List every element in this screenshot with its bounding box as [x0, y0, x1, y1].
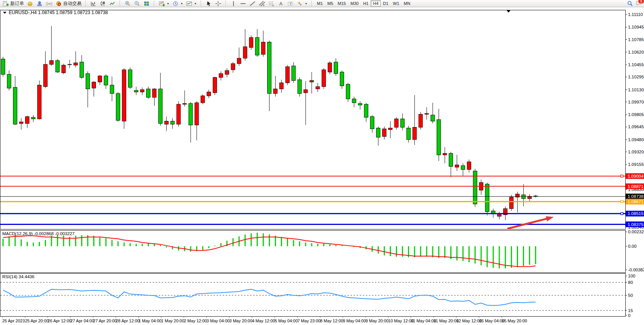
fibonacci-button[interactable]: F	[267, 0, 276, 7]
candle	[225, 70, 229, 74]
candle	[400, 119, 404, 127]
horizontal-line-button[interactable]	[238, 0, 248, 7]
arrows-button[interactable]: ▼	[295, 0, 309, 7]
hline-marker[interactable]	[621, 212, 623, 215]
crosshair-button[interactable]	[214, 0, 223, 7]
dropdown-caret-icon[interactable]: ▼	[305, 2, 308, 5]
line-chart-icon	[109, 1, 116, 6]
dropdown-caret-icon[interactable]: ▼	[167, 2, 169, 5]
coins-button[interactable]	[26, 0, 35, 7]
time-axis[interactable]: 25 Apr 202325 Apr 20:0026 Apr 12:0027 Ap…	[2, 316, 527, 323]
timeframe-h1[interactable]: H1	[361, 0, 371, 6]
price-axis[interactable]: 1.111101.109451.107851.106201.104551.102…	[625, 12, 644, 318]
candle	[86, 73, 90, 89]
coins-icon	[27, 1, 33, 6]
time-label: 8 May 12:00	[320, 319, 343, 323]
candle	[358, 104, 362, 105]
bar-chart-button[interactable]	[89, 0, 98, 7]
candle	[370, 116, 374, 129]
signal-button[interactable]	[45, 0, 54, 7]
timeframe-m30[interactable]: M30	[348, 0, 361, 6]
time-label: 11 May 20:00	[434, 319, 459, 323]
shift-marker-icon[interactable]	[507, 10, 510, 13]
rsi-pane	[3, 289, 536, 305]
zoom-out-button[interactable]	[132, 0, 142, 7]
zoom-in-button[interactable]	[123, 0, 132, 7]
candle	[32, 117, 35, 119]
chart-canvas[interactable]: 1.111101.109451.107851.106201.104551.102…	[0, 7, 644, 325]
trendline-button[interactable]	[248, 0, 257, 7]
hline-marker[interactable]	[621, 175, 623, 177]
indicators-icon	[159, 1, 165, 6]
axis-tick-label: 1.09320	[628, 150, 644, 154]
periods-button[interactable]: ▼	[171, 0, 185, 7]
candlestick-chart-button[interactable]	[98, 0, 108, 7]
templates-button[interactable]: ▼	[185, 0, 198, 7]
candle	[62, 65, 65, 73]
time-label: 26 Apr 12:00	[48, 319, 71, 323]
text-icon: A	[278, 1, 284, 6]
indicators-button[interactable]: ▼	[157, 0, 171, 7]
profile-button[interactable]	[35, 0, 45, 7]
timeframe-m15[interactable]: M15	[335, 0, 348, 6]
trend-arrow-annotation[interactable]	[507, 216, 554, 229]
candle	[467, 162, 471, 169]
candle	[383, 129, 386, 136]
candle	[298, 80, 301, 93]
label-button[interactable]: T	[286, 0, 295, 7]
new-order-button[interactable]: 新订单	[1, 0, 26, 7]
line-chart-button[interactable]	[108, 0, 117, 7]
candle	[237, 58, 241, 64]
profile-icon	[37, 1, 43, 6]
candle	[322, 70, 326, 86]
toolbar-separator	[311, 1, 313, 6]
candlestick-chart-icon	[100, 1, 106, 6]
candle	[122, 70, 126, 121]
candle	[92, 82, 96, 88]
search-icon[interactable]	[627, 1, 633, 6]
vertical-line-icon	[230, 1, 237, 6]
bar-chart-icon	[90, 1, 97, 6]
candle	[255, 38, 259, 55]
text-button[interactable]: A	[276, 0, 286, 7]
tile-windows-button[interactable]	[142, 0, 151, 7]
candle	[340, 72, 344, 86]
candle	[49, 61, 53, 64]
candle	[395, 119, 399, 127]
candle	[328, 63, 332, 72]
time-label: 25 Apr 2023	[2, 319, 25, 323]
equidistant-channel-button[interactable]: E	[257, 0, 267, 7]
cursor-button[interactable]	[204, 0, 214, 7]
axis-tick-label: 1.11110	[628, 12, 643, 17]
timeframe-w1[interactable]: W1	[391, 0, 402, 6]
dropdown-caret-icon[interactable]: ▼	[180, 2, 183, 5]
vertical-line-button[interactable]	[229, 0, 238, 7]
candle	[189, 104, 193, 125]
timeframe-m5[interactable]: M5	[325, 0, 335, 6]
candle	[413, 127, 416, 139]
candle	[364, 104, 368, 117]
timeframe-mn[interactable]: MN	[402, 0, 413, 6]
candle	[274, 89, 277, 94]
dropdown-caret-icon[interactable]: ▼	[194, 2, 197, 5]
chat-button[interactable]: 1	[636, 0, 642, 7]
candle	[7, 74, 11, 88]
timeframe-d1[interactable]: D1	[381, 0, 391, 6]
candle	[268, 42, 271, 94]
candle	[261, 42, 265, 54]
timeframe-h4[interactable]: H4	[371, 0, 381, 6]
candle	[334, 62, 338, 73]
symbol-dropdown-icon[interactable]	[3, 12, 6, 14]
axis-tick-label: -0.00382	[628, 268, 644, 272]
candle	[243, 47, 247, 58]
candle	[497, 214, 501, 216]
chart-window: 1.111101.109451.107851.106201.104551.102…	[0, 7, 644, 325]
candle	[98, 76, 102, 82]
timeframe-m1[interactable]: M1	[315, 0, 325, 6]
zoom-in-icon	[124, 1, 131, 6]
ohlc-values: 1.08745 1.08759 1.08723 1.08738	[38, 10, 108, 15]
axis-tick-label: 1.10295	[628, 75, 644, 79]
hline-marker[interactable]	[621, 201, 623, 203]
auto-trading-button[interactable]: 自动交易	[54, 0, 83, 7]
candle	[140, 90, 144, 92]
